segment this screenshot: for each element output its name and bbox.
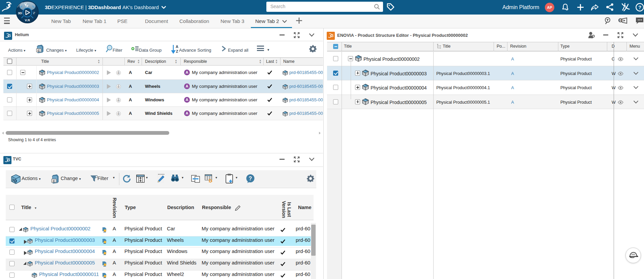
svg-text:Z: Z [176,49,178,53]
svg-text:D: D [14,178,17,183]
svg-text:iʹ: iʹ [33,11,35,15]
svg-text:?: ? [249,176,252,181]
svg-text:0: 0 [619,19,621,22]
svg-text:V.R: V.R [25,18,30,22]
svg-text:C: C [38,49,40,52]
svg-text:3D: 3D [18,11,22,15]
svg-text:3: 3 [12,178,14,182]
svg-text:A: A [176,45,178,49]
svg-text:?: ? [638,4,641,10]
svg-text:C: C [53,179,55,183]
